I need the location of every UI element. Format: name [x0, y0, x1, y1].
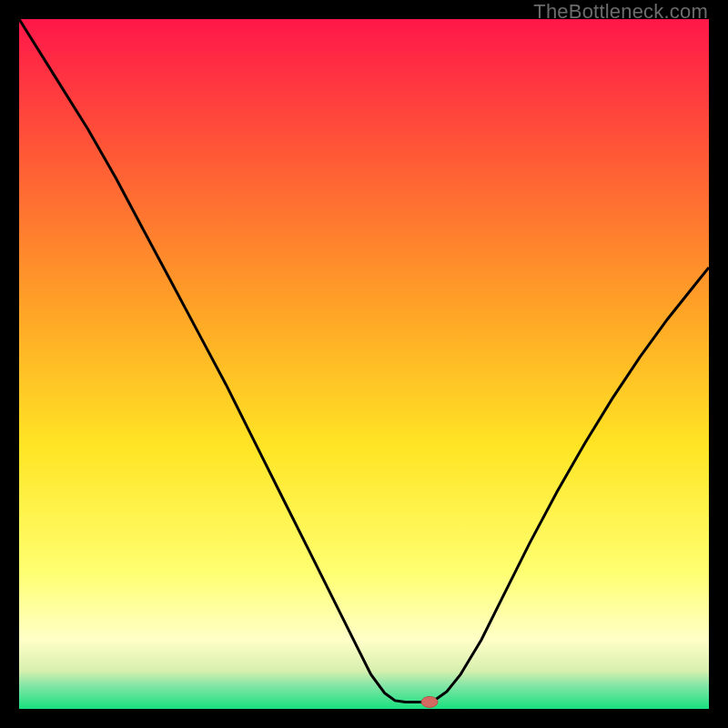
chart-plot-area: [19, 19, 709, 709]
chart-svg: [19, 19, 709, 709]
chart-background-gradient: [19, 19, 709, 709]
chart-frame: TheBottleneck.com: [0, 0, 728, 728]
optimum-marker: [421, 696, 438, 707]
